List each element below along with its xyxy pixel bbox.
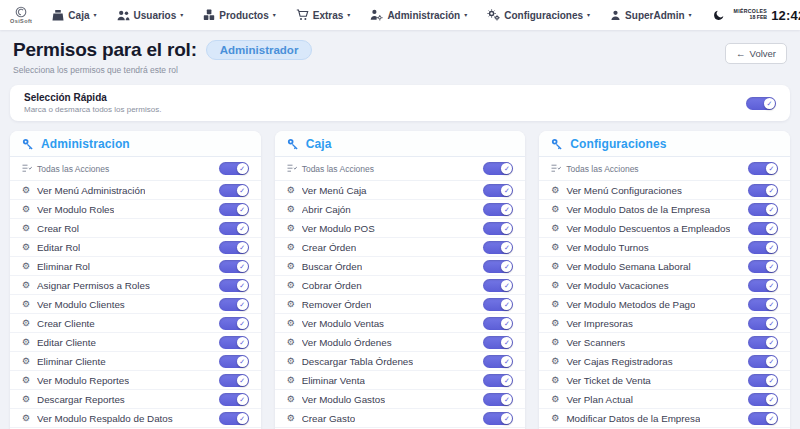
gear-icon: ⚙: [551, 414, 559, 423]
permission-label: Ver Ticket de Venta: [566, 375, 650, 386]
permission-label: Descargar Reportes: [37, 394, 125, 405]
nav-label: Usuarios: [134, 10, 177, 21]
permission-label: Asignar Permisos a Roles: [37, 280, 150, 291]
permission-toggle[interactable]: ✓: [219, 298, 249, 311]
nav-item-caja[interactable]: Caja ▾: [52, 10, 96, 21]
permission-toggle[interactable]: ✓: [748, 241, 778, 254]
permission-toggle[interactable]: ✓: [748, 393, 778, 406]
nav-item-productos[interactable]: Productos ▾: [203, 9, 275, 21]
permission-toggle[interactable]: ✓: [748, 412, 778, 425]
nav-item-administracion[interactable]: Administración ▾: [370, 9, 467, 21]
permission-row: ⚙ Crear Gasto ✓: [275, 409, 526, 428]
permission-label: Ver Modulo Descuentos a Empleados: [566, 223, 730, 234]
permission-toggle[interactable]: ✓: [219, 412, 249, 425]
gear-icon: ⚙: [287, 395, 295, 404]
permission-toggle[interactable]: ✓: [219, 241, 249, 254]
gear-icon: ⚙: [287, 300, 295, 309]
permission-row: ⚙ Cobrar Órden ✓: [275, 276, 526, 295]
all-actions-toggle[interactable]: ✓: [483, 162, 513, 175]
permission-toggle[interactable]: ✓: [748, 317, 778, 330]
permission-toggle[interactable]: ✓: [483, 412, 513, 425]
nav-item-usuarios[interactable]: Usuarios ▾: [117, 10, 184, 21]
permission-toggle[interactable]: ✓: [219, 317, 249, 330]
nav-item-configuraciones[interactable]: Configuraciones ▾: [487, 9, 590, 21]
key-icon: [22, 138, 34, 150]
permission-row: ⚙ Ver Modulo Descuentos a Empleados ✓: [539, 219, 790, 238]
permission-toggle[interactable]: ✓: [219, 374, 249, 387]
permission-label: Crear Cliente: [37, 318, 95, 329]
nav-label: SuperAdmin: [625, 10, 684, 21]
permission-label: Ver Modulo Turnos: [566, 242, 648, 253]
chevron-down-icon: ▾: [689, 12, 692, 18]
list-check-icon: [22, 164, 32, 173]
permission-column: Administracion Todas las Acciones ✓ ⚙ Ve…: [10, 131, 261, 429]
permission-toggle[interactable]: ✓: [483, 317, 513, 330]
permission-toggle[interactable]: ✓: [219, 184, 249, 197]
nav-item-extras[interactable]: Extras ▾: [296, 9, 351, 21]
gear-icon: ⚙: [22, 357, 30, 366]
logo-icon: [15, 6, 27, 18]
gear-icon: ⚙: [287, 414, 295, 423]
gear-icon: ⚙: [287, 338, 295, 347]
quick-selection-toggle[interactable]: ✓: [746, 97, 776, 110]
all-actions-toggle[interactable]: ✓: [219, 162, 249, 175]
quick-selection-subtitle: Marca o desmarca todos los permisos.: [24, 105, 161, 114]
permission-toggle[interactable]: ✓: [483, 336, 513, 349]
permission-row: ⚙ Ver Ticket de Venta ✓: [539, 371, 790, 390]
permission-label: Ver Menú Configuraciones: [566, 185, 681, 196]
permission-label: Ver Modulo Clientes: [37, 299, 125, 310]
dark-mode-moon-icon[interactable]: [712, 9, 725, 22]
permission-toggle[interactable]: ✓: [748, 222, 778, 235]
gear-icon: ⚙: [22, 224, 30, 233]
permission-toggle[interactable]: ✓: [219, 222, 249, 235]
permission-toggle[interactable]: ✓: [748, 374, 778, 387]
back-button[interactable]: ← Volver: [725, 43, 787, 64]
permission-toggle[interactable]: ✓: [748, 336, 778, 349]
cash-register-icon: [52, 10, 64, 21]
back-arrow-icon: ←: [736, 48, 746, 59]
gear-icon: ⚙: [22, 376, 30, 385]
permission-toggle[interactable]: ✓: [483, 298, 513, 311]
cart-icon: [296, 9, 309, 21]
gear-icon: ⚙: [287, 186, 295, 195]
permission-toggle[interactable]: ✓: [483, 222, 513, 235]
all-actions-toggle[interactable]: ✓: [748, 162, 778, 175]
permission-row: ⚙ Editar Cliente ✓: [10, 333, 261, 352]
permission-toggle[interactable]: ✓: [748, 203, 778, 216]
permission-toggle[interactable]: ✓: [748, 260, 778, 273]
permission-toggle[interactable]: ✓: [483, 241, 513, 254]
logo-text: OsiSoft: [10, 19, 32, 25]
permission-toggle[interactable]: ✓: [748, 355, 778, 368]
chevron-down-icon: ▾: [180, 12, 183, 18]
permission-row: ⚙ Ver Modulo Órdenes ✓: [275, 333, 526, 352]
app-logo[interactable]: OsiSoft: [10, 6, 32, 25]
gear-icon: ⚙: [287, 357, 295, 366]
gear-icon: ⚙: [551, 319, 559, 328]
all-actions-row: Todas las Acciones ✓: [275, 157, 526, 181]
permission-toggle[interactable]: ✓: [219, 260, 249, 273]
permission-toggle[interactable]: ✓: [483, 279, 513, 292]
permission-toggle[interactable]: ✓: [219, 336, 249, 349]
permission-toggle[interactable]: ✓: [483, 260, 513, 273]
permission-label: Ver Modulo Respaldo de Datos: [37, 413, 173, 424]
permission-toggle[interactable]: ✓: [219, 393, 249, 406]
permission-row: ⚙ Ver Modulo Gastos ✓: [275, 390, 526, 409]
permission-label: Ver Modulo Gastos: [302, 394, 385, 405]
permission-row: ⚙ Asignar Permisos a Roles ✓: [10, 276, 261, 295]
nav-item-superadmin[interactable]: SuperAdmin ▾: [610, 10, 691, 21]
permission-column: Caja Todas las Acciones ✓ ⚙ Ver Menú Caj…: [275, 131, 526, 429]
permission-toggle[interactable]: ✓: [748, 298, 778, 311]
permission-toggle[interactable]: ✓: [483, 393, 513, 406]
permission-toggle[interactable]: ✓: [483, 184, 513, 197]
permission-toggle[interactable]: ✓: [483, 203, 513, 216]
permission-toggle[interactable]: ✓: [219, 203, 249, 216]
user-gear-icon: [370, 9, 383, 21]
permission-toggle[interactable]: ✓: [483, 374, 513, 387]
permission-toggle[interactable]: ✓: [483, 355, 513, 368]
permission-toggle[interactable]: ✓: [219, 279, 249, 292]
permission-toggle[interactable]: ✓: [748, 279, 778, 292]
gear-icon: ⚙: [551, 395, 559, 404]
permission-toggle[interactable]: ✓: [748, 184, 778, 197]
permission-toggle[interactable]: ✓: [219, 355, 249, 368]
permission-row: ⚙ Ver Modulo POS ✓: [275, 219, 526, 238]
